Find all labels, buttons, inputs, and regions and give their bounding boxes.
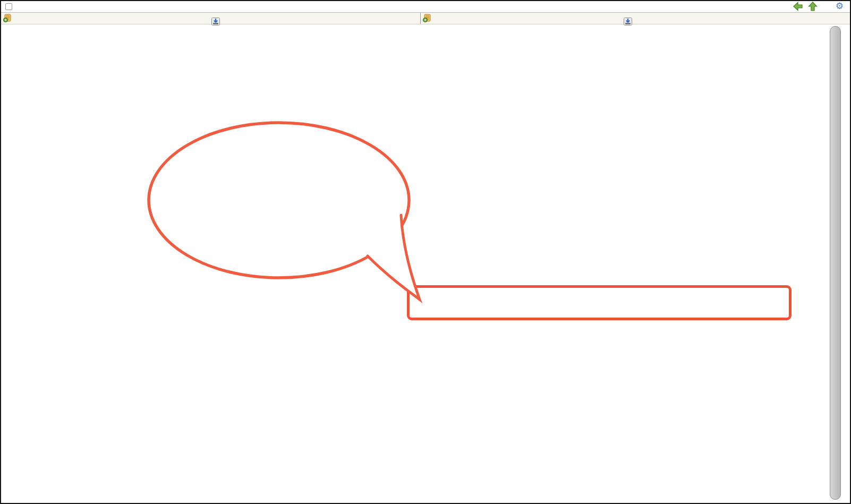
diff-overview-scrollbar[interactable] bbox=[830, 26, 841, 500]
up-arrow-icon[interactable] bbox=[808, 2, 818, 11]
titlebar: ⚙ bbox=[1, 1, 850, 13]
gerrit-side-by-side-diff-window: ⚙ bbox=[0, 0, 851, 504]
file-add-icon[interactable] bbox=[3, 14, 12, 22]
annotation-highlight-box bbox=[407, 285, 792, 320]
pane-headers bbox=[1, 13, 850, 24]
titlebar-icons: ⚙ bbox=[788, 2, 844, 11]
annotation-speech-bubble bbox=[134, 113, 431, 314]
left-pane-header bbox=[1, 13, 420, 24]
back-arrow-icon[interactable] bbox=[793, 2, 803, 11]
right-pane-header bbox=[420, 13, 826, 24]
file-checkbox[interactable] bbox=[5, 3, 12, 10]
download-patch-icon[interactable] bbox=[211, 18, 220, 25]
download-patch-icon[interactable] bbox=[624, 18, 632, 25]
file-add-icon[interactable] bbox=[423, 14, 431, 22]
settings-gear-icon[interactable]: ⚙ bbox=[836, 2, 844, 11]
